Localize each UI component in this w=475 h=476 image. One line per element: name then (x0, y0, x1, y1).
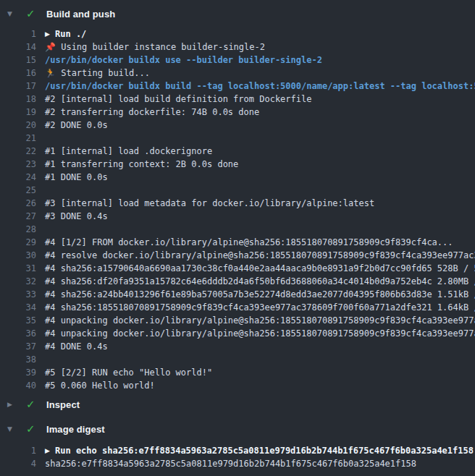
line-number[interactable]: 21 (0, 132, 36, 145)
log-line: 24#1 DONE 0.0s (0, 171, 475, 184)
line-text: /usr/bin/docker buildx build --tag local… (45, 81, 475, 91)
play-icon[interactable]: ▶ (45, 444, 55, 457)
line-text: #4 unpacking docker.io/library/alpine@sh… (45, 315, 475, 326)
section-header-inspect[interactable]: ▶✓Inspect (0, 392, 475, 417)
line-text: sha256:e7ff8834a5963a2785c5a0811e979d16b… (45, 459, 416, 469)
line-number[interactable]: 18 (0, 93, 36, 106)
section-image-digest: ▼✓Image digest1▶Run echo sha256:e7ff8834… (0, 417, 475, 470)
log-line: 38 (0, 353, 475, 366)
line-number[interactable]: 4 (0, 457, 36, 470)
log-line: 17/usr/bin/docker buildx build --tag loc… (0, 80, 475, 93)
line-content: #4 [1/2] FROM docker.io/library/alpine@s… (45, 236, 453, 249)
line-text: #2 [internal] load build definition from… (45, 94, 311, 104)
line-content: 📌 Using builder instance builder-single-… (45, 41, 265, 54)
log-line: 18#2 [internal] load build definition fr… (0, 93, 475, 106)
line-number[interactable]: 31 (0, 262, 36, 275)
line-number[interactable]: 26 (0, 197, 36, 210)
section-title: Inspect (46, 399, 80, 410)
line-text: #1 transferring context: 2B 0.0s done (45, 159, 238, 169)
line-number[interactable]: 38 (0, 353, 36, 366)
line-number[interactable]: 40 (0, 379, 36, 392)
line-content: #4 DONE 0.4s (45, 340, 108, 353)
line-number[interactable]: 16 (0, 67, 36, 80)
log-line: 27#3 DONE 0.4s (0, 210, 475, 223)
line-text: #3 DONE 0.4s (45, 211, 108, 221)
line-content: #4 resolve docker.io/library/alpine@sha2… (45, 249, 475, 262)
line-number[interactable]: 39 (0, 366, 36, 379)
log-line: 31#4 sha256:a15790640a6690aa1730c38cf0a4… (0, 262, 475, 275)
line-number[interactable]: 36 (0, 327, 36, 340)
log-line: 28 (0, 223, 475, 236)
line-number[interactable]: 1 (0, 27, 36, 41)
line-text: #4 unpacking docker.io/library/alpine@sh… (45, 328, 475, 339)
line-content: /usr/bin/docker buildx build --tag local… (45, 80, 475, 93)
line-number[interactable]: 30 (0, 249, 36, 262)
line-number[interactable]: 20 (0, 119, 36, 132)
line-content: #4 unpacking docker.io/library/alpine@sh… (45, 314, 475, 327)
log-line: 40#5 0.060 Hello world! (0, 379, 475, 392)
line-text: #4 sha256:185518070891758909c9f839cf4ca3… (45, 302, 475, 313)
log-line: 22#1 [internal] load .dockerignore (0, 145, 475, 158)
line-text: 🏃 Starting build... (45, 68, 150, 78)
line-number[interactable]: 17 (0, 80, 36, 93)
line-number[interactable]: 32 (0, 275, 36, 288)
chevron-down-icon[interactable]: ▼ (7, 425, 26, 433)
check-icon: ✓ (26, 9, 46, 20)
line-content: #1 transferring context: 2B 0.0s done (45, 158, 238, 171)
line-number[interactable]: 28 (0, 223, 36, 236)
chevron-right-icon[interactable]: ▶ (7, 401, 26, 408)
line-number[interactable]: 24 (0, 171, 36, 184)
line-number[interactable]: 19 (0, 106, 36, 119)
line-content: #5 0.060 Hello world! (45, 379, 155, 392)
log-line: 32#4 sha256:df20fa9351a15782c64e6dddb2d4… (0, 275, 475, 288)
line-number[interactable]: 29 (0, 236, 36, 249)
line-content: 🏃 Starting build... (45, 67, 150, 80)
line-content: #1 DONE 0.0s (45, 171, 108, 184)
log-line: 4sha256:e7ff8834a5963a2785c5a0811e979d16… (0, 457, 475, 470)
line-text: #2 transferring dockerfile: 74B 0.0s don… (45, 107, 259, 117)
line-content: /usr/bin/docker buildx use --builder bui… (45, 54, 322, 67)
line-number[interactable]: 34 (0, 301, 36, 314)
line-number[interactable]: 1 (0, 444, 36, 457)
log-lines: 1▶Run ./14📌 Using builder instance build… (0, 26, 475, 392)
line-text: Run echo sha256:e7ff8834a5963a2785c5a081… (55, 446, 474, 456)
section-header-build-and-push[interactable]: ▼✓Build and push (0, 1, 475, 26)
log-line: 29#4 [1/2] FROM docker.io/library/alpine… (0, 236, 475, 249)
log-line: 37#4 DONE 0.4s (0, 340, 475, 353)
log-line: 23#1 transferring context: 2B 0.0s done (0, 158, 475, 171)
line-content: ▶Run ./ (45, 27, 86, 41)
play-icon[interactable]: ▶ (45, 27, 55, 41)
log-line: 1▶Run ./ (0, 27, 475, 41)
line-content: ▶Run echo sha256:e7ff8834a5963a2785c5a08… (45, 444, 474, 457)
line-number[interactable]: 14 (0, 41, 36, 54)
chevron-down-icon[interactable]: ▼ (7, 10, 26, 17)
line-content: #4 sha256:185518070891758909c9f839cf4ca3… (45, 301, 475, 314)
line-text: #1 DONE 0.0s (45, 172, 108, 182)
line-text: #1 [internal] load .dockerignore (45, 146, 212, 156)
line-number[interactable]: 33 (0, 288, 36, 301)
log-line: 16🏃 Starting build... (0, 67, 475, 80)
line-content: #1 [internal] load .dockerignore (45, 145, 212, 158)
line-number[interactable]: 25 (0, 184, 36, 197)
line-content: #3 DONE 0.4s (45, 210, 108, 223)
line-content: #3 [internal] load metadata for docker.i… (45, 197, 374, 210)
section-build-and-push: ▼✓Build and push1▶Run ./14📌 Using builde… (0, 1, 475, 392)
line-text: #4 DONE 0.4s (45, 341, 108, 352)
line-number[interactable]: 22 (0, 145, 36, 158)
line-content: #4 sha256:a15790640a6690aa1730c38cf0a440… (45, 262, 475, 275)
section-title: Build and push (46, 9, 115, 20)
section-header-image-digest[interactable]: ▼✓Image digest (0, 417, 475, 441)
check-icon: ✓ (26, 399, 46, 410)
line-number[interactable]: 15 (0, 54, 36, 67)
log-line: 30#4 resolve docker.io/library/alpine@sh… (0, 249, 475, 262)
line-text: Run ./ (55, 29, 86, 39)
line-number[interactable]: 23 (0, 158, 36, 171)
line-text: #3 [internal] load metadata for docker.i… (45, 198, 374, 208)
line-text: #4 resolve docker.io/library/alpine@sha2… (45, 250, 475, 260)
line-text: #5 0.060 Hello world! (45, 381, 155, 391)
line-text: 📌 Using builder instance builder-single-… (45, 42, 265, 52)
line-number[interactable]: 37 (0, 340, 36, 353)
line-number[interactable]: 27 (0, 210, 36, 223)
line-number[interactable]: 35 (0, 314, 36, 327)
log-line: 21 (0, 132, 475, 145)
